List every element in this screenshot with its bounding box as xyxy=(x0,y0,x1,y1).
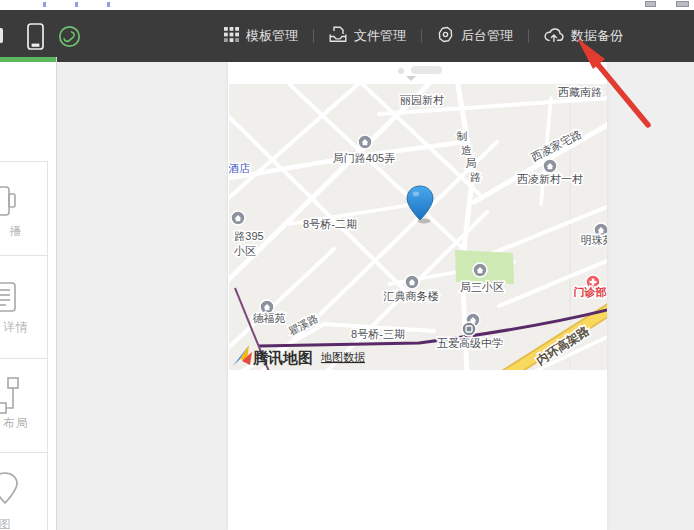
sidebar-item-label: 图 xyxy=(0,516,29,530)
map-label: 路 xyxy=(470,171,481,183)
phone-speaker-pill xyxy=(411,66,442,74)
tencent-map[interactable]: 丽园新村西藏南路制造局路西凌家宅路西凌新村一村局门路405弄酒店8号桥-二期路3… xyxy=(229,84,607,370)
detail-page-icon xyxy=(0,282,21,318)
map-poi-house-icon xyxy=(358,135,372,149)
map-poi-house-icon xyxy=(473,263,487,277)
menu-separator xyxy=(313,29,314,43)
menu-item-backend[interactable]: 后台管理 xyxy=(437,26,513,46)
toolbar-menu: 模板管理 文件管理 后台管理 xyxy=(224,10,623,62)
phone-camera-dot xyxy=(398,68,404,74)
link-circle-icon[interactable] xyxy=(58,25,81,52)
carousel-icon xyxy=(0,186,18,222)
map-label: 局三小区 xyxy=(460,281,504,293)
map-label: 门诊部 xyxy=(574,286,607,299)
menu-separator xyxy=(528,29,529,43)
phone-preview-icon[interactable] xyxy=(27,23,44,54)
map-label: 8号桥-三期 xyxy=(351,328,405,340)
browser-edge-strip xyxy=(0,0,694,10)
top-toolbar: 模板管理 文件管理 后台管理 xyxy=(0,10,694,62)
cloud-upload-icon xyxy=(544,27,564,45)
menu-label: 后台管理 xyxy=(461,27,513,45)
map-poi-house-icon xyxy=(543,159,557,173)
phone-preview-canvas: 丽园新村西藏南路制造局路西凌家宅路西凌新村一村局门路405弄酒店8号桥-二期路3… xyxy=(228,62,607,530)
strip-artifact xyxy=(107,2,110,7)
sidebar-item-map[interactable]: 图 xyxy=(0,452,48,530)
menu-label: 文件管理 xyxy=(354,27,406,45)
strip-artifact xyxy=(645,1,656,7)
sidebar-item-carousel[interactable]: 播 xyxy=(0,161,48,255)
strip-artifact xyxy=(43,2,46,7)
map-label: 路395 xyxy=(234,230,263,242)
map-label: 小区 xyxy=(233,245,256,257)
map-label: 局门路405弄 xyxy=(333,152,395,164)
map-label: 德福苑 xyxy=(253,312,286,324)
map-label: 局 xyxy=(466,157,477,169)
map-label: 西凌新村一村 xyxy=(517,173,583,185)
layout-nodes-icon xyxy=(0,377,24,419)
map-label: 酒店 xyxy=(229,162,250,174)
component-sidebar: 播 详情 布局 图 xyxy=(0,57,57,530)
map-label: 制 xyxy=(457,130,468,142)
cut-monitor-icon[interactable] xyxy=(0,28,3,43)
map-label: 8号桥-二期 xyxy=(303,218,357,230)
map-label: 汇典商务楼 xyxy=(383,290,439,302)
grid-icon xyxy=(224,27,239,45)
map-poi-metro-icon xyxy=(462,322,476,336)
menu-item-files[interactable]: 文件管理 xyxy=(329,26,406,46)
sidebar-item-label: 布局 xyxy=(0,415,40,432)
menu-item-backup[interactable]: 数据备份 xyxy=(544,27,623,45)
sidebar-item-label: 播 xyxy=(0,223,40,240)
strip-artifact xyxy=(75,2,78,7)
menu-label: 数据备份 xyxy=(571,27,623,45)
sidebar-item-layout[interactable]: 布局 xyxy=(0,358,48,452)
map-brand-text: 腾讯地图 xyxy=(252,349,313,366)
map-label: 五爱高级中学 xyxy=(437,337,503,349)
strip-artifact xyxy=(676,1,689,7)
menu-separator xyxy=(421,29,422,43)
map-poi-house-icon xyxy=(231,211,245,225)
menu-item-template[interactable]: 模板管理 xyxy=(224,27,298,45)
map-label: 造 xyxy=(461,144,472,156)
sidebar-item-detail[interactable]: 详情 xyxy=(0,255,48,358)
file-tray-icon xyxy=(329,26,347,46)
map-label: 西藏南路 xyxy=(558,86,602,98)
gear-icon xyxy=(437,26,454,46)
map-data-link[interactable]: 地图数据 xyxy=(320,351,365,363)
sidebar-accent-bar xyxy=(0,57,57,62)
map-label: 明珠苑 xyxy=(581,234,608,246)
map-component[interactable]: 丽园新村西藏南路制造局路西凌家宅路西凌新村一村局门路405弄酒店8号桥-二期路3… xyxy=(229,84,607,370)
sidebar-item-label: 详情 xyxy=(0,319,40,336)
collapse-caret-icon xyxy=(406,76,416,81)
menu-label: 模板管理 xyxy=(246,27,298,45)
map-label: 丽园新村 xyxy=(400,94,444,106)
map-pin-outline-icon xyxy=(0,471,21,513)
map-poi-house-icon xyxy=(405,275,419,289)
